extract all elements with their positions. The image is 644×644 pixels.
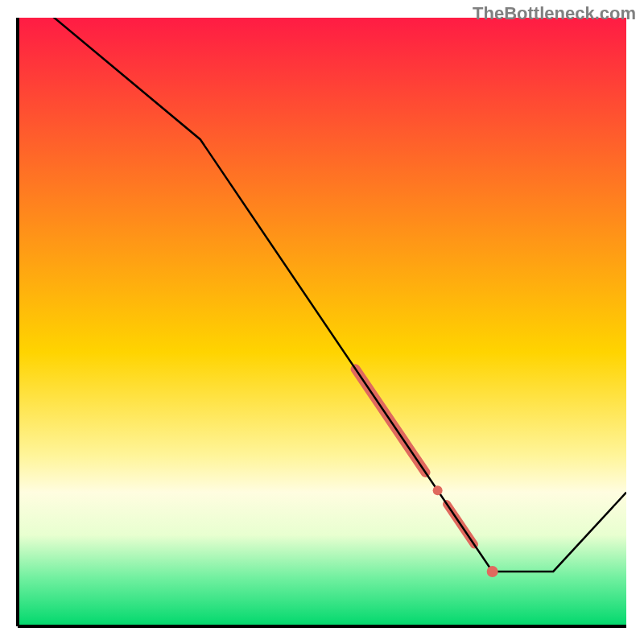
watermark-text: TheBottleneck.com [473, 3, 636, 24]
bottleneck-chart: TheBottleneck.com [0, 0, 644, 644]
highlight-dot [487, 566, 498, 577]
highlight-dot [433, 485, 443, 495]
chart-svg [0, 0, 644, 644]
gradient-background [18, 18, 626, 626]
